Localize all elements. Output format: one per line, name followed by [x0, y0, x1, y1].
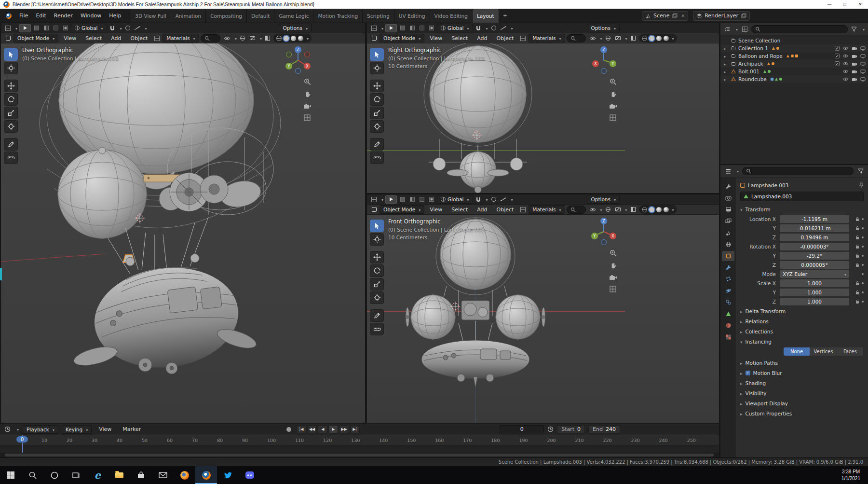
- outliner-row-scene-collection[interactable]: Scene Collection: [720, 37, 868, 44]
- collapse-arrow[interactable]: [740, 207, 743, 212]
- animate-decorator[interactable]: [862, 282, 864, 284]
- tab-video-editing[interactable]: Video Editing: [430, 9, 473, 23]
- pan-hand-icon[interactable]: [609, 262, 617, 269]
- lock-icon[interactable]: [855, 217, 859, 221]
- search-input[interactable]: [201, 34, 220, 42]
- active-tool-button[interactable]: [19, 24, 31, 32]
- tool-option-icon[interactable]: [42, 24, 50, 32]
- options-dropdown[interactable]: Options: [279, 24, 312, 32]
- move-tool[interactable]: [370, 80, 384, 92]
- cortana-icon[interactable]: [43, 466, 65, 484]
- eye-icon[interactable]: [842, 69, 849, 73]
- store-icon[interactable]: [130, 466, 152, 484]
- menu-object[interactable]: Object: [493, 35, 518, 41]
- ortho-grid-icon[interactable]: [609, 114, 617, 121]
- camera-icon[interactable]: [852, 77, 857, 82]
- zoom-icon[interactable]: [303, 78, 311, 85]
- timeline-track[interactable]: [0, 445, 719, 453]
- blender-taskbar-icon[interactable]: [195, 466, 217, 484]
- materials-dropdown[interactable]: Materials: [529, 34, 565, 42]
- navigation-gizmo[interactable]: Z Y X: [283, 45, 313, 77]
- mode-icon[interactable]: [370, 34, 378, 42]
- camera-icon[interactable]: [852, 69, 857, 74]
- scale-x-field[interactable]: 1.000: [780, 279, 849, 287]
- animate-decorator[interactable]: [862, 264, 864, 266]
- shading-wireframe-button[interactable]: [276, 36, 282, 41]
- instancing-faces-button[interactable]: Faces: [837, 347, 864, 356]
- options-dropdown[interactable]: Options: [587, 24, 620, 32]
- grid-icon[interactable]: [519, 206, 527, 214]
- monitor-icon[interactable]: [860, 54, 866, 58]
- camera-icon[interactable]: [852, 46, 857, 51]
- animate-decorator[interactable]: [862, 273, 864, 275]
- menu-object[interactable]: Object: [493, 207, 518, 213]
- timeline-ruler[interactable]: 0102030405060708090100110120130140150160…: [0, 435, 719, 445]
- select-box-tool[interactable]: [4, 48, 18, 61]
- section-viewport-display[interactable]: Viewport Display: [740, 398, 864, 408]
- gizmos-toggle-icon[interactable]: [604, 34, 612, 42]
- properties-editor-icon[interactable]: [724, 167, 732, 175]
- previous-keyframe-button[interactable]: ◀◀: [307, 425, 317, 433]
- instancing-vertices-button[interactable]: Vertices: [810, 347, 837, 356]
- collapse-arrow[interactable]: [740, 308, 743, 314]
- expand-arrow[interactable]: [724, 61, 729, 67]
- new-layer-icon[interactable]: [741, 13, 746, 19]
- animate-decorator[interactable]: [862, 218, 864, 220]
- jump-to-start-button[interactable]: |◀: [297, 425, 306, 433]
- shading-solid-button[interactable]: [284, 36, 289, 41]
- tool-option-icon[interactable]: [398, 195, 407, 204]
- shading-wireframe-button[interactable]: [642, 207, 647, 212]
- start-button[interactable]: [0, 466, 22, 484]
- properties-search-input[interactable]: [742, 167, 854, 175]
- shading-rendered-button[interactable]: [664, 36, 669, 41]
- select-box-tool[interactable]: [370, 220, 384, 232]
- play-button[interactable]: ▶: [328, 425, 338, 433]
- tab-render[interactable]: [722, 193, 734, 203]
- falloff-curve-icon[interactable]: [500, 195, 508, 204]
- cursor-tool[interactable]: [370, 62, 384, 74]
- menu-add[interactable]: Add: [107, 35, 125, 41]
- eye-icon[interactable]: [842, 62, 849, 66]
- animate-decorator[interactable]: [862, 255, 864, 257]
- tab-physics[interactable]: [722, 286, 734, 296]
- menu-file[interactable]: File: [15, 13, 32, 19]
- shading-material-button[interactable]: [656, 207, 662, 212]
- measure-tool[interactable]: [4, 152, 18, 164]
- section-motion-blur[interactable]: Motion Blur: [740, 368, 864, 378]
- location-z-field[interactable]: 0.19496 m: [780, 234, 849, 241]
- expand-arrow[interactable]: [724, 53, 729, 59]
- checkbox-icon[interactable]: [835, 61, 840, 66]
- motion-blur-checkbox[interactable]: [746, 371, 750, 375]
- discord-icon[interactable]: [239, 466, 260, 484]
- menu-view[interactable]: View: [426, 35, 446, 41]
- tab-3d-view-full[interactable]: 3D View Full: [131, 9, 171, 23]
- animate-decorator[interactable]: [862, 227, 864, 229]
- jump-to-end-button[interactable]: ▶|: [350, 425, 360, 433]
- tool-option-icon[interactable]: [427, 24, 435, 32]
- filter-icon[interactable]: [856, 167, 865, 175]
- tab-default[interactable]: Default: [247, 9, 274, 23]
- checkbox-icon[interactable]: [835, 46, 840, 51]
- section-instancing[interactable]: Instancing: [740, 336, 864, 346]
- outliner-row-bolt-001[interactable]: Bolt.001: [720, 68, 868, 75]
- tool-option-icon[interactable]: [398, 24, 407, 32]
- viewport-canvas[interactable]: User Orthographic (0) Scene Collection |…: [1, 43, 365, 423]
- rotate-tool[interactable]: [370, 264, 384, 277]
- view-layer-selector[interactable]: RenderLayer: [693, 11, 750, 21]
- proportional-editing-icon[interactable]: [490, 24, 498, 32]
- taskbar-search-icon[interactable]: [22, 466, 43, 484]
- rotate-tool[interactable]: [4, 93, 18, 106]
- close-button[interactable]: ✕: [853, 0, 868, 9]
- rotation-x-field[interactable]: -0.000003°: [780, 243, 849, 250]
- tab-scene[interactable]: [722, 228, 734, 238]
- measure-tool[interactable]: [370, 152, 384, 164]
- frame-start-field[interactable]: Start0: [557, 425, 585, 433]
- minimize-button[interactable]: —: [822, 0, 837, 9]
- tool-option-icon[interactable]: [52, 24, 60, 32]
- overlays-toggle-icon[interactable]: [248, 34, 257, 42]
- snap-magnet-icon[interactable]: [108, 24, 117, 32]
- timeline-editor-icon[interactable]: [3, 425, 12, 433]
- tab-modifiers[interactable]: [722, 263, 734, 273]
- collapse-arrow[interactable]: [740, 329, 743, 334]
- menu-add[interactable]: Add: [473, 35, 491, 41]
